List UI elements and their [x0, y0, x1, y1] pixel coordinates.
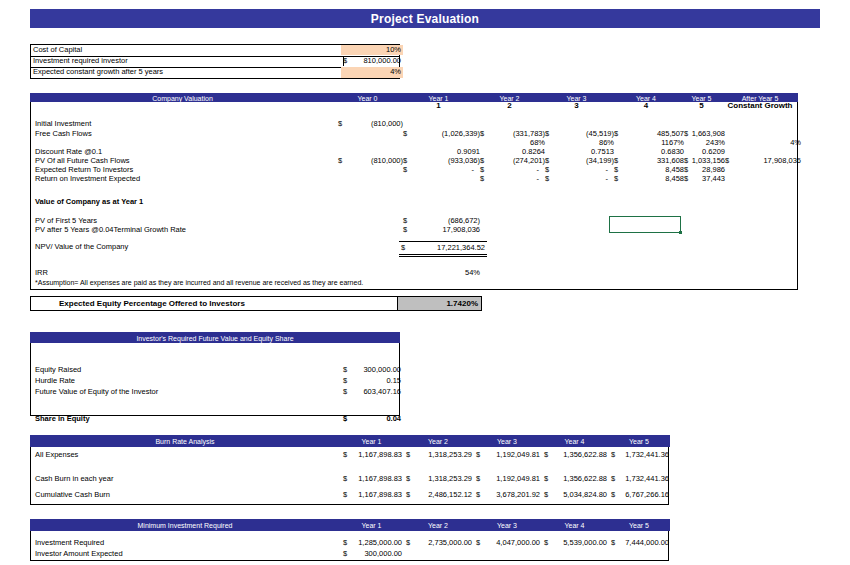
money-cell[interactable]: $5,034,824.80: [542, 490, 609, 501]
number-cell[interactable]: 54%: [401, 269, 482, 278]
selected-cell[interactable]: [609, 216, 681, 233]
value-cell[interactable]: 10%: [341, 45, 403, 55]
burn_rate-body: All Expenses$1,167,898.83$1,318,253.29$1…: [30, 447, 669, 505]
row-label: Free Cash Flows: [33, 130, 338, 139]
row-label-text: Return on Investment Expected: [35, 175, 140, 183]
cell-value: 28,986: [702, 166, 725, 174]
row-label-text: Initial Investment: [35, 120, 91, 128]
currency-symbol: $: [480, 175, 484, 183]
money-cell[interactable]: $6,767,266.16: [609, 490, 671, 501]
row-label-text: All Expenses: [35, 451, 78, 459]
cell-value: 5,034,824.80: [563, 491, 607, 499]
money-cell[interactable]: $4,047,000.00: [474, 538, 542, 549]
currency-symbol: $: [343, 388, 347, 396]
money-cell[interactable]: $5,539,000.00: [542, 538, 609, 549]
money-cell[interactable]: $1,732,441.36: [609, 474, 671, 485]
money-cell[interactable]: $1,356,622.88: [542, 450, 609, 461]
money-cell[interactable]: $1,192,049.81: [474, 474, 542, 485]
money-cell[interactable]: $1,356,622.88: [542, 474, 609, 485]
money-cell[interactable]: $-: [401, 166, 482, 175]
number-cell[interactable]: 4%: [723, 139, 803, 148]
row-label-text: PV after 5 Years @0.04Terminal Growth Ra…: [35, 226, 186, 234]
row-label: Return on Investment Expected: [33, 175, 338, 184]
cell-value: 1,356,622.88: [563, 475, 607, 483]
money-cell[interactable]: $2,486,152.12: [404, 490, 474, 501]
currency-symbol: $: [406, 491, 410, 499]
currency-symbol: $: [611, 539, 615, 547]
money-cell[interactable]: $17,908,036: [401, 226, 482, 235]
currency-symbol: $: [611, 475, 615, 483]
money-cell[interactable]: $3,678,201.92: [474, 490, 542, 501]
cell-value: -: [537, 166, 540, 174]
cell-value: 2,486,152.12: [428, 491, 472, 499]
money-cell[interactable]: $-: [478, 175, 547, 184]
cell-value: 37,443: [702, 175, 725, 183]
currency-symbol: $: [476, 475, 480, 483]
investor-table-body: Equity Raised$300,000.00Hurdle Rate$0.15…: [30, 343, 400, 416]
money-cell[interactable]: $(810,000): [336, 120, 405, 129]
money-cell[interactable]: $(810,000): [336, 157, 405, 166]
cell-value: (810,000): [371, 120, 403, 128]
money-cell[interactable]: $17,908,036: [723, 157, 803, 166]
column-header: Year 1: [400, 94, 477, 101]
row-label: Investment Required: [33, 538, 343, 549]
expected-equity-value-cell[interactable]: 1.7420%: [398, 296, 482, 311]
currency-symbol: $: [545, 130, 549, 138]
cell-value: 1,167,898.83: [358, 451, 402, 459]
money-cell[interactable]: $1,285,000.00: [341, 538, 404, 549]
money-cell[interactable]: $37,443: [682, 175, 727, 184]
cell-value: (34,199): [586, 157, 614, 165]
money-cell[interactable]: $1,318,253.29: [404, 474, 474, 485]
row-label-text: Share in Equity: [35, 415, 90, 423]
row-label-text: Investment Required: [35, 539, 104, 547]
row-label-text: Free Cash Flows: [35, 130, 92, 138]
money-cell[interactable]: $17,221,364.52: [399, 241, 487, 257]
value-cell[interactable]: $0.15: [341, 376, 403, 386]
money-cell[interactable]: $1,192,049.81: [474, 450, 542, 461]
money-cell[interactable]: $1,167,898.83: [341, 490, 404, 501]
cell-value: 5,539,000.00: [563, 539, 607, 547]
currency-symbol: $: [338, 120, 342, 128]
cell-value: 4%: [390, 68, 401, 76]
money-cell[interactable]: $(933,036): [401, 157, 482, 166]
money-cell[interactable]: $1,318,253.29: [404, 450, 474, 461]
value-cell[interactable]: 4%: [341, 67, 403, 78]
value-cell[interactable]: $603,407.16: [341, 387, 403, 397]
row-label: PV after 5 Years @0.04Terminal Growth Ra…: [33, 226, 338, 235]
selection-fill-handle-icon[interactable]: [679, 231, 683, 235]
money-cell[interactable]: $8,458: [612, 175, 686, 184]
row-label: All Expenses: [33, 450, 343, 461]
investor-table-header-bar: Investor's Required Future Value and Equ…: [30, 332, 400, 343]
column-header: Year 2: [403, 522, 473, 529]
row-label: Cost of Capital: [31, 45, 344, 55]
value-cell[interactable]: $810,000.00: [341, 56, 403, 66]
cell-value: 1,033,156: [692, 157, 725, 165]
table-row: Expected constant growth after 5 years4%: [31, 67, 399, 78]
money-cell[interactable]: $1,732,441.36: [609, 450, 671, 461]
money-cell[interactable]: $(1,026,339): [401, 130, 482, 139]
money-cell[interactable]: $1,167,898.83: [341, 450, 404, 461]
currency-symbol: $: [403, 157, 407, 165]
cell-value: (933,036): [448, 157, 480, 165]
currency-symbol: $: [406, 475, 410, 483]
column-header: Year 1: [340, 438, 403, 445]
cell-value: 17,908,036: [763, 157, 801, 165]
money-cell[interactable]: $-: [543, 175, 616, 184]
value-cell[interactable]: $300,000.00: [341, 365, 403, 375]
currency-symbol: $: [343, 57, 347, 65]
money-cell[interactable]: $300,000.00: [341, 549, 404, 560]
row-label: Cash Burn in each year: [33, 474, 343, 485]
row-label-text: Cumulative Cash Burn: [35, 491, 110, 499]
cell-value: 300,000.00: [364, 550, 402, 558]
section-header: Company Valuation: [30, 94, 335, 101]
column-header: Year 3: [473, 438, 541, 445]
cell-value: 1,318,253.29: [428, 475, 472, 483]
money-cell[interactable]: $2,735,000.00: [404, 538, 474, 549]
value-cell[interactable]: $0.04: [341, 414, 403, 424]
cell-value: -: [606, 166, 609, 174]
row-label-text: IRR: [35, 269, 48, 277]
column-header: Year 0: [335, 94, 400, 101]
column-header: Year 3: [473, 522, 541, 529]
money-cell[interactable]: $7,444,000.00: [609, 538, 671, 549]
money-cell[interactable]: $1,167,898.83: [341, 474, 404, 485]
